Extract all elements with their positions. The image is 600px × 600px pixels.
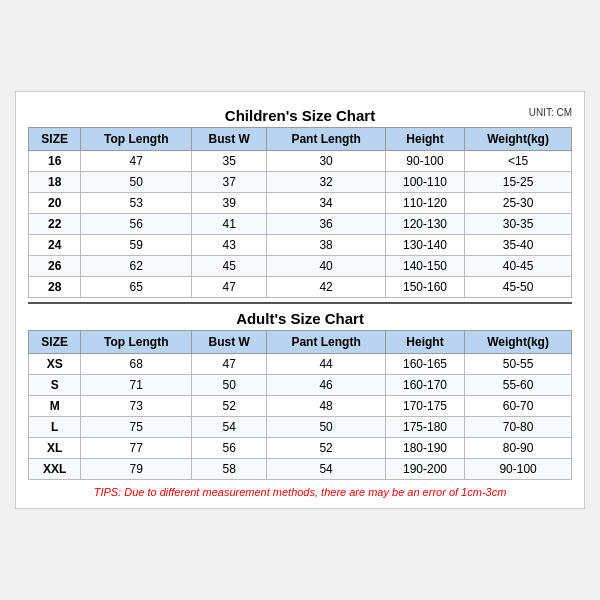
- table-row: 26624540140-15040-45: [29, 256, 572, 277]
- table-cell: 59: [81, 235, 192, 256]
- tips-text: TIPS: Due to different measurement metho…: [28, 486, 572, 498]
- table-cell: 48: [267, 396, 386, 417]
- table-cell: 24: [29, 235, 81, 256]
- header-height: Height: [385, 128, 464, 151]
- table-cell: 16: [29, 151, 81, 172]
- table-cell: 77: [81, 438, 192, 459]
- table-cell: 32: [267, 172, 386, 193]
- table-cell: 62: [81, 256, 192, 277]
- table-row: 22564136120-13030-35: [29, 214, 572, 235]
- table-cell: 130-140: [385, 235, 464, 256]
- table-cell: 18: [29, 172, 81, 193]
- table-cell: 38: [267, 235, 386, 256]
- table-cell: 80-90: [465, 438, 572, 459]
- table-cell: S: [29, 375, 81, 396]
- adult-header-weight: Weight(kg): [465, 331, 572, 354]
- table-cell: 175-180: [385, 417, 464, 438]
- table-cell: 71: [81, 375, 192, 396]
- table-cell: 50: [267, 417, 386, 438]
- table-cell: 42: [267, 277, 386, 298]
- table-cell: 150-160: [385, 277, 464, 298]
- table-cell: 25-30: [465, 193, 572, 214]
- adult-header-height: Height: [385, 331, 464, 354]
- header-weight: Weight(kg): [465, 128, 572, 151]
- adult-title: Adult's Size Chart: [28, 302, 572, 330]
- table-cell: 46: [267, 375, 386, 396]
- table-cell: 28: [29, 277, 81, 298]
- table-cell: 43: [192, 235, 267, 256]
- chart-container: Children's Size Chart UNIT: CM SIZE Top …: [15, 91, 585, 509]
- table-cell: 22: [29, 214, 81, 235]
- table-cell: 36: [267, 214, 386, 235]
- adult-header-top-length: Top Length: [81, 331, 192, 354]
- children-section: Children's Size Chart UNIT: CM SIZE Top …: [28, 102, 572, 298]
- table-row: 1647353090-100<15: [29, 151, 572, 172]
- table-cell: 50: [81, 172, 192, 193]
- table-row: 28654742150-16045-50: [29, 277, 572, 298]
- table-cell: 47: [81, 151, 192, 172]
- table-cell: 68: [81, 354, 192, 375]
- table-cell: 190-200: [385, 459, 464, 480]
- table-cell: 160-170: [385, 375, 464, 396]
- table-row: XL775652180-19080-90: [29, 438, 572, 459]
- table-cell: 52: [192, 396, 267, 417]
- children-header-row: SIZE Top Length Bust W Pant Length Heigh…: [29, 128, 572, 151]
- adult-header-pant-length: Pant Length: [267, 331, 386, 354]
- adult-header-size: SIZE: [29, 331, 81, 354]
- table-cell: 40-45: [465, 256, 572, 277]
- table-cell: XL: [29, 438, 81, 459]
- unit-label: UNIT: CM: [529, 107, 572, 118]
- table-cell: 35: [192, 151, 267, 172]
- header-bust-w: Bust W: [192, 128, 267, 151]
- table-row: XXL795854190-20090-100: [29, 459, 572, 480]
- table-cell: 41: [192, 214, 267, 235]
- table-cell: 60-70: [465, 396, 572, 417]
- table-cell: 180-190: [385, 438, 464, 459]
- children-title-text: Children's Size Chart: [225, 107, 375, 124]
- adult-header-row: SIZE Top Length Bust W Pant Length Heigh…: [29, 331, 572, 354]
- table-cell: 52: [267, 438, 386, 459]
- adult-header-bust-w: Bust W: [192, 331, 267, 354]
- header-top-length: Top Length: [81, 128, 192, 151]
- table-cell: M: [29, 396, 81, 417]
- table-row: 20533934110-12025-30: [29, 193, 572, 214]
- table-cell: 44: [267, 354, 386, 375]
- adult-section: Adult's Size Chart SIZE Top Length Bust …: [28, 302, 572, 480]
- table-cell: 100-110: [385, 172, 464, 193]
- table-cell: 47: [192, 354, 267, 375]
- table-cell: 26: [29, 256, 81, 277]
- table-cell: 90-100: [385, 151, 464, 172]
- adult-title-text: Adult's Size Chart: [236, 310, 364, 327]
- table-cell: 50-55: [465, 354, 572, 375]
- table-cell: 90-100: [465, 459, 572, 480]
- table-cell: 40: [267, 256, 386, 277]
- table-row: 24594338130-14035-40: [29, 235, 572, 256]
- table-row: M735248170-17560-70: [29, 396, 572, 417]
- table-cell: XXL: [29, 459, 81, 480]
- header-pant-length: Pant Length: [267, 128, 386, 151]
- table-cell: 65: [81, 277, 192, 298]
- table-cell: 47: [192, 277, 267, 298]
- table-cell: 15-25: [465, 172, 572, 193]
- table-cell: 56: [81, 214, 192, 235]
- table-cell: 45: [192, 256, 267, 277]
- table-cell: 170-175: [385, 396, 464, 417]
- table-cell: 20: [29, 193, 81, 214]
- table-row: XS684744160-16550-55: [29, 354, 572, 375]
- table-cell: <15: [465, 151, 572, 172]
- table-cell: L: [29, 417, 81, 438]
- table-cell: 58: [192, 459, 267, 480]
- table-row: L755450175-18070-80: [29, 417, 572, 438]
- table-cell: 79: [81, 459, 192, 480]
- table-cell: 37: [192, 172, 267, 193]
- table-cell: 54: [267, 459, 386, 480]
- children-table: SIZE Top Length Bust W Pant Length Heigh…: [28, 127, 572, 298]
- table-cell: 160-165: [385, 354, 464, 375]
- table-cell: 39: [192, 193, 267, 214]
- table-cell: XS: [29, 354, 81, 375]
- table-row: S715046160-17055-60: [29, 375, 572, 396]
- table-cell: 120-130: [385, 214, 464, 235]
- table-cell: 140-150: [385, 256, 464, 277]
- table-cell: 35-40: [465, 235, 572, 256]
- table-row: 18503732100-11015-25: [29, 172, 572, 193]
